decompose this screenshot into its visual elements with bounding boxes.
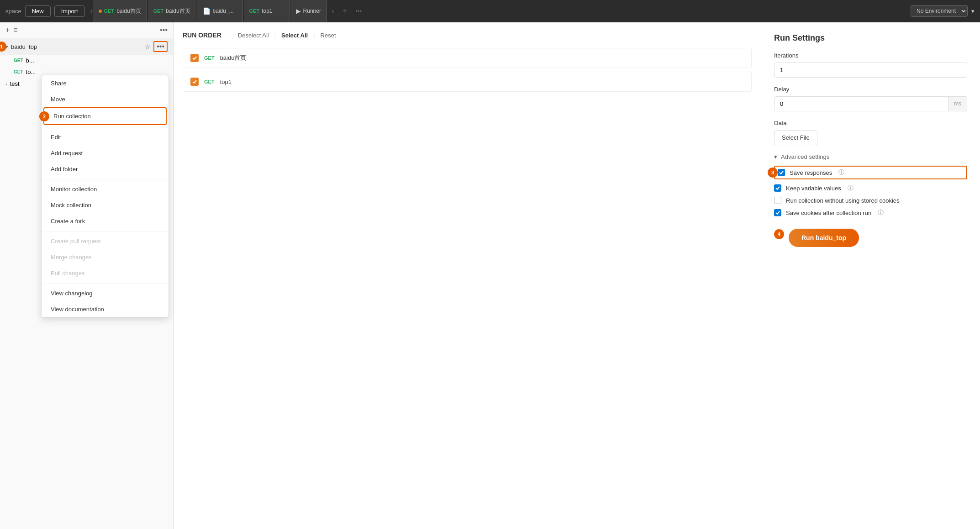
tab-4-name: top1	[262, 8, 272, 14]
menu-item-add-folder[interactable]: Add folder	[42, 161, 169, 177]
star-button[interactable]: ☆	[145, 43, 151, 50]
tab-1-method: GET	[104, 8, 115, 14]
tab-3-name: baidu_...	[213, 8, 234, 14]
nav-next-button[interactable]: ›	[328, 6, 338, 16]
new-button[interactable]: New	[25, 5, 51, 17]
sidebar-item-test-label: test	[10, 80, 20, 87]
menu-item-run-collection[interactable]: 2 Run collection	[43, 107, 167, 125]
separator-1: |	[274, 32, 276, 39]
iterations-group: Iterations	[774, 52, 967, 78]
menu-item-mock[interactable]: Mock collection	[42, 197, 169, 213]
tab-2-name: baidu首页	[166, 7, 190, 15]
collection-row[interactable]: 1 ▾ baidu_top ☆ •••	[0, 38, 173, 55]
menu-item-edit[interactable]: Edit	[42, 129, 169, 145]
delay-input[interactable]	[775, 97, 948, 111]
add-item-button[interactable]: +	[5, 26, 10, 34]
collection-name: baidu_top	[11, 43, 37, 50]
menu-item-share[interactable]: Share	[42, 75, 169, 91]
keep-variable-label: Keep variable values	[786, 185, 841, 192]
delay-suffix: ms	[948, 97, 967, 111]
run-item-method-top1: GET	[204, 79, 215, 84]
advanced-label: Advanced settings	[781, 153, 829, 160]
no-cookies-label: Run collection without using stored cook…	[786, 197, 900, 204]
run-item-top1: GET top1	[183, 72, 752, 92]
separator-2: |	[313, 32, 315, 39]
menu-divider-1	[42, 127, 169, 127]
tab-2[interactable]: GET baidu首页	[148, 0, 196, 22]
select-file-button[interactable]: Select File	[774, 130, 817, 145]
tabs-bar: GET baidu首页 GET baidu首页 📄 baidu_... GET …	[93, 0, 905, 22]
delay-input-wrapper: ms	[774, 96, 967, 111]
settings-panel: Run Settings Iterations Delay ms Data Se…	[761, 22, 980, 529]
sidebar-item-baidu-label: b...	[26, 57, 34, 64]
menu-item-add-request[interactable]: Add request	[42, 145, 169, 161]
tab-3[interactable]: 📄 baidu_...	[197, 0, 243, 22]
add-tab-button[interactable]: +	[339, 6, 351, 16]
no-cookies-row: Run collection without using stored cook…	[774, 197, 967, 204]
iterations-input[interactable]	[774, 63, 967, 78]
no-cookies-checkbox[interactable]	[774, 197, 781, 204]
save-cookies-checkbox[interactable]	[774, 209, 781, 216]
keep-variable-checkbox[interactable]	[774, 184, 781, 192]
deselect-all-button[interactable]: Deselect All	[238, 32, 269, 39]
topbar-left: space New Import	[0, 5, 90, 17]
tab-4[interactable]: GET top1	[244, 0, 290, 22]
method-get-icon: GET	[14, 58, 23, 63]
run-button-wrapper: 4 Run baidu_top	[774, 221, 967, 247]
menu-item-changelog[interactable]: View changelog	[42, 285, 169, 301]
run-order-title: RUN ORDER	[183, 31, 221, 39]
content-area: RUN ORDER Deselect All | Select All | Re…	[174, 22, 980, 529]
tab-4-method: GET	[249, 8, 260, 14]
sidebar-item-top1-label: to...	[26, 68, 36, 75]
step-4-badge: 4	[774, 229, 784, 239]
topbar-right: No Environment ▾	[905, 5, 980, 17]
run-item-check-top1[interactable]	[190, 78, 199, 86]
import-button[interactable]: Import	[54, 5, 85, 17]
select-all-button[interactable]: Select All	[281, 32, 308, 39]
run-order-header: RUN ORDER Deselect All | Select All | Re…	[183, 31, 752, 39]
tab-2-method: GET	[153, 8, 164, 14]
sidebar: + ≡ ••• 1 ▾ baidu_top ☆ ••• GET b... GET…	[0, 22, 174, 529]
run-item-check-baidu[interactable]	[190, 54, 199, 62]
context-menu: Share Move 2 Run collection Edit Add req…	[41, 75, 169, 318]
menu-item-move[interactable]: Move	[42, 91, 169, 107]
tab-1[interactable]: GET baidu首页	[93, 0, 147, 22]
run-item-baidu: GET baidu首页	[183, 48, 752, 68]
env-select[interactable]: No Environment	[911, 5, 968, 17]
save-responses-row: Save responses ⓘ	[774, 166, 967, 179]
step-1-badge: 1	[0, 42, 6, 52]
topbar: space New Import ‹ GET baidu首页 GET baidu…	[0, 0, 980, 22]
runner-area: RUN ORDER Deselect All | Select All | Re…	[174, 22, 980, 529]
tab-runner[interactable]: ▶ Runner	[290, 0, 327, 22]
save-cookies-info-icon: ⓘ	[878, 209, 884, 217]
run-collection-button[interactable]: Run baidu_top	[789, 229, 859, 247]
sidebar-item-baidu[interactable]: GET b...	[0, 55, 173, 66]
menu-item-pull-changes: Pull changes	[42, 265, 169, 281]
collection-more-button[interactable]: •••	[153, 41, 168, 52]
folder-icon: 📄	[203, 7, 211, 15]
tab-runner-name: Runner	[303, 8, 321, 14]
delay-group: Delay ms	[774, 86, 967, 111]
delay-label: Delay	[774, 86, 967, 93]
menu-divider-4	[42, 283, 169, 283]
menu-item-docs[interactable]: View documentation	[42, 301, 169, 317]
run-item-method-baidu: GET	[204, 55, 215, 61]
menu-item-monitor[interactable]: Monitor collection	[42, 181, 169, 197]
advanced-header[interactable]: ▾ Advanced settings	[774, 153, 967, 160]
save-responses-checkbox[interactable]	[778, 169, 785, 176]
filter-button[interactable]: ≡	[13, 26, 17, 34]
run-order-actions: Deselect All | Select All | Reset	[238, 32, 336, 39]
sidebar-toolbar: + ≡ •••	[0, 22, 173, 38]
iterations-label: Iterations	[774, 52, 967, 59]
save-cookies-row: Save cookies after collection run ⓘ	[774, 209, 967, 217]
menu-item-run-label: Run collection	[53, 113, 91, 120]
tab-1-name: baidu首页	[116, 7, 141, 15]
menu-item-fork[interactable]: Create a fork	[42, 213, 169, 229]
save-responses-label: Save responses	[790, 169, 832, 176]
workspace-title: space	[5, 8, 21, 15]
more-options-button[interactable]: •••	[160, 26, 168, 34]
run-order-panel: RUN ORDER Deselect All | Select All | Re…	[174, 22, 761, 529]
settings-title: Run Settings	[774, 33, 967, 43]
reset-button[interactable]: Reset	[321, 32, 336, 39]
more-tabs-button[interactable]: •••	[352, 8, 365, 15]
